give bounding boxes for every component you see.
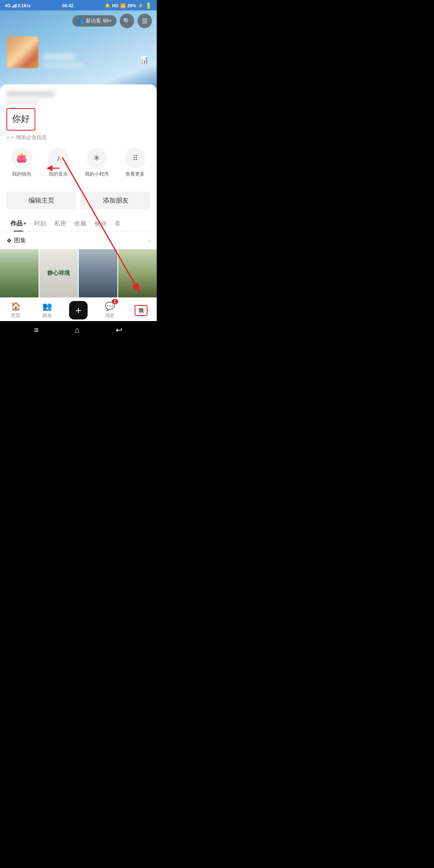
miniapp-icon: ✳ <box>93 153 100 163</box>
nav-messages-label: 消息 <box>105 312 115 319</box>
quick-item-more[interactable]: ⠿ 查看更多 <box>125 147 145 178</box>
nav-me-label: 我 <box>139 308 143 313</box>
tab-private[interactable]: 私密 <box>50 216 70 231</box>
profile-id <box>43 63 84 68</box>
signal-text: 4G <box>5 3 11 8</box>
status-right: 🔔 HD 📶 29% ⚡ 🔋 <box>105 2 152 9</box>
add-friend-label: 添加朋友 <box>103 197 129 205</box>
tab-works-label: 作品 <box>10 220 23 227</box>
wallet-icon-circle: 👛 <box>11 147 32 168</box>
quick-item-music[interactable]: ♪ 我的音乐 <box>48 147 69 178</box>
home-icon: 🏠 <box>11 301 21 311</box>
quick-icons-row: 👛 我的钱包 ♪ 我的音乐 ✳ 我的小程序 ⠿ 查看更多 <box>0 141 157 181</box>
nav-friends[interactable]: 👥 朋友 <box>31 301 63 319</box>
quick-item-miniapp[interactable]: ✳ 我的小程序 <box>85 147 109 178</box>
status-time: 06:42 <box>62 3 74 8</box>
tab-favorites[interactable]: 收藏 <box>70 216 90 231</box>
wifi-icon: 📶 <box>120 3 126 8</box>
profile-area: 📊 <box>5 36 152 68</box>
header-top-bar: 👥 新访客 99+ 🔍 ☰ <box>5 14 152 28</box>
nav-me[interactable]: 我 <box>125 305 157 316</box>
gallery-label: 图集 <box>14 237 26 244</box>
wallet-icon: 👛 <box>16 153 27 163</box>
tab-liked[interactable]: 喜 <box>111 216 125 231</box>
android-home-btn[interactable]: ⌂ <box>75 326 80 335</box>
user-info-texts <box>6 91 150 105</box>
grid-item-2[interactable]: 静心祥境 <box>39 249 78 297</box>
gallery-header[interactable]: ❖ 图集 › <box>0 232 157 249</box>
nav-home[interactable]: 🏠 首页 <box>0 301 31 319</box>
nav-messages[interactable]: 💬 2 消息 <box>94 301 125 319</box>
notification-icon: 🔔 <box>105 3 111 8</box>
more-icon: ⠿ <box>133 154 137 162</box>
visitors-label: 新访客 99+ <box>86 17 112 25</box>
gallery-chevron-icon: › <box>148 237 150 244</box>
tab-moments-label: 时刻 <box>34 220 46 227</box>
divider-dot: — <box>0 181 157 188</box>
battery-text: 29% <box>127 3 136 8</box>
grid-item-4[interactable] <box>118 249 157 297</box>
tab-works[interactable]: 作品 ▾ <box>6 216 30 231</box>
search-button[interactable]: 🔍 <box>120 14 134 28</box>
nav-me-box: 我 <box>135 305 147 316</box>
tab-mentioned-label: 被@ <box>94 220 106 227</box>
menu-icon: ☰ <box>142 17 147 25</box>
tabs-row: 作品 ▾ 时刻 私密 收藏 被@ 喜 <box>0 216 157 232</box>
charging-icon: ⚡ <box>138 3 143 8</box>
avatar[interactable] <box>6 36 39 68</box>
grid-item-1[interactable] <box>0 249 39 297</box>
edit-homepage-label: 编辑主页 <box>29 197 54 205</box>
status-bar: 4G 0.1K/s 06:42 🔔 HD 📶 29% ⚡ 🔋 <box>0 0 157 10</box>
android-menu-btn[interactable]: ≡ <box>34 326 39 335</box>
add-button[interactable]: + <box>69 301 88 319</box>
more-icon-circle: ⠿ <box>125 147 145 168</box>
nav-friends-label: 朋友 <box>42 312 52 319</box>
tab-moments[interactable]: 时刻 <box>30 216 50 231</box>
music-label: 我的音乐 <box>49 171 68 178</box>
bar3 <box>14 4 15 8</box>
bar4 <box>16 4 16 8</box>
red-box-annotation: 你好 <box>6 108 35 131</box>
add-friend-button[interactable]: 添加朋友 <box>81 192 150 209</box>
visitors-button[interactable]: 👥 新访客 99+ <box>72 15 117 27</box>
grid-item-3[interactable] <box>79 249 117 297</box>
search-icon: 🔍 <box>123 17 131 25</box>
profile-name <box>43 53 76 60</box>
grid-text-content: 静心祥境 <box>46 268 72 278</box>
menu-button[interactable]: ☰ <box>137 14 152 28</box>
speed-text: 0.1K/s <box>18 3 31 8</box>
add-icon: + <box>75 304 81 317</box>
greeting-text: 你好 <box>12 114 30 124</box>
edit-homepage-button[interactable]: 编辑主页 <box>6 192 76 209</box>
bar2 <box>13 5 14 8</box>
tab-liked-label: 喜 <box>115 220 121 227</box>
avatar-image <box>6 36 39 68</box>
user-sub-blurred <box>6 100 39 105</box>
add-company-button[interactable]: + + 增加企业信息 <box>0 131 157 141</box>
miniapp-label: 我的小程序 <box>85 171 109 178</box>
profile-header: 👥 新访客 99+ 🔍 ☰ 📊 <box>0 10 157 91</box>
android-nav-bar: ≡ ⌂ ↩ <box>0 321 157 340</box>
profile-info <box>43 53 150 68</box>
greeting-container: 你好 <box>6 108 35 131</box>
wallet-label: 我的钱包 <box>12 171 31 178</box>
music-icon: ♪ <box>56 154 60 163</box>
quick-item-wallet[interactable]: 👛 我的钱包 <box>11 147 32 178</box>
signal-bars <box>12 4 16 8</box>
tab-mentioned[interactable]: 被@ <box>90 216 111 231</box>
layers-icon: ❖ <box>6 237 12 244</box>
miniapp-icon-circle: ✳ <box>86 147 107 168</box>
tab-private-label: 私密 <box>54 220 66 227</box>
android-back-btn[interactable]: ↩ <box>116 325 123 335</box>
status-left: 4G 0.1K/s <box>5 3 31 8</box>
messages-badge-wrap: 💬 2 <box>105 301 115 311</box>
action-buttons: 编辑主页 添加朋友 <box>0 188 157 216</box>
gallery-title: ❖ 图集 <box>6 237 26 244</box>
music-icon-circle: ♪ <box>48 147 69 168</box>
add-company-icon: + <box>6 135 10 141</box>
stats-icon: 📊 <box>140 55 149 64</box>
more-label: 查看更多 <box>125 171 145 178</box>
nav-add[interactable]: + <box>63 301 94 319</box>
battery-icon: 🔋 <box>145 2 152 9</box>
messages-badge: 2 <box>112 299 118 304</box>
